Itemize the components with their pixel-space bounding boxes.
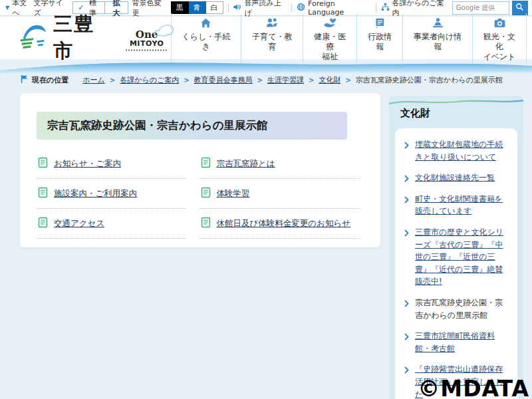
list-item: 町史・文化財関連書籍を販売しています [404,193,510,217]
watermark: ©MDATA [418,376,529,399]
breadcrumb: 現在の位置 ホーム > 各課からのご案内 > 教育委員会事務局 > 生涯学習課 … [20,74,528,86]
page: ▼ 本文へ 文字サイズ ✓ 標準 拡大 背景色変更 黒 青 白 [0,0,532,399]
chevron-right-icon [404,174,409,186]
site-logo[interactable]: 三豊市 One MITOYO [19,11,171,65]
sidebar-link-minzoku-shiryokan[interactable]: 三豊市詫間町民俗資料館・考古館 [415,331,495,353]
nav-label: 子育て・教育 [248,32,296,52]
nav-label: 健康・医療 福祉 [310,32,350,62]
magnifier-icon [515,3,524,13]
sidebar-link-list: 埋蔵文化財包蔵地の手続きと取り扱いについて 文化財施設連絡先一覧 町史・文化財関… [395,128,517,399]
nav-label: 行政情報 [364,32,396,52]
sidebar-link-choshi-shoseki[interactable]: 町史・文化財関連書籍を販売しています [415,194,503,216]
sitemap-icon [381,3,390,13]
sidebar-link-maizo[interactable]: 埋蔵文化財包蔵地の手続きと取り扱いについて [415,140,503,162]
sidebar-link-rekishi-series[interactable]: 三豊市の歴史と文化シリーズ『古代の三豊』『中世の三豊』『近世の三豊』『近代の三豊… [415,227,503,286]
bg-color-group: 黒 青 白 [171,1,223,14]
document-green-icon [201,187,211,200]
speaker-icon [233,3,241,13]
nav-kanko[interactable]: 観光・文化 イベント [472,13,527,63]
sidebar-title: 文化財 [400,107,523,120]
brand-line2: MITOYO [123,40,171,49]
list-item: 文化財施設連絡先一覧 [404,172,510,184]
breadcrumb-separator: > [345,76,350,84]
breadcrumb-cultural-assets[interactable]: 文化財 [319,75,340,85]
link-shisetsu-annai[interactable]: 施設案内・ご利用案内 [54,188,137,200]
list-item: 体験学習 [200,179,360,209]
nav-jigyosha[interactable]: 事業者向け情報 [402,13,472,63]
sidebar-wave-decoration [389,98,523,106]
breadcrumb-departments[interactable]: 各課からのご案内 [120,75,179,85]
bg-white-button[interactable]: 白 [206,1,223,14]
city-name: 三豊市 [53,11,115,65]
page-link-list: お知らせ・ご案内 宗吉瓦窯跡とは 施設案内・ご利用案内 体験学習 [37,149,360,239]
bg-black-button[interactable]: 黒 [171,1,189,14]
nav-kurashi[interactable]: くらし・手続き [171,13,241,63]
breadcrumb-separator: > [257,76,263,84]
nav-kenko[interactable]: 健康・医療 福祉 [303,13,356,63]
list-item: 施設案内・ご利用案内 [37,179,186,209]
city-logo-mark-icon [19,23,48,53]
document-green-icon [38,157,48,170]
link-oshirase[interactable]: お知らせ・ご案内 [54,158,121,170]
business-person-icon [432,17,444,30]
link-kamaato-towa[interactable]: 宗吉瓦窯跡とは [217,158,275,170]
list-item: 交通アクセス [37,209,186,239]
chevron-right-icon [404,228,409,241]
brand-one-mitoyo: One MITOYO [123,25,171,52]
nav-gyosei[interactable]: 行政情報 [356,13,402,63]
document-icon [374,17,386,30]
chevron-right-icon [404,332,409,344]
brand-tagline-decoration [126,49,168,51]
flag-icon [20,74,29,86]
nav-kosodate[interactable]: 子育て・教育 [241,13,303,63]
list-item: 宗吉瓦窯跡とは [200,149,360,179]
breadcrumb-board-of-education[interactable]: 教育委員会事務局 [194,75,253,85]
divider [228,3,229,13]
chevron-right-icon [404,140,409,153]
divider [376,3,376,13]
list-item: 三豊市の歴史と文化シリーズ『古代の三豊』『中世の三豊』『近世の三豊』『近代の三豊… [404,226,510,288]
globe-icon [297,3,305,13]
nav-label: 観光・文化 イベント [479,32,519,62]
triangle-down-icon: ▼ [5,5,9,11]
document-green-icon [38,217,48,230]
list-item: 三豊市詫間町民俗資料館・考古館 [404,330,510,354]
home-icon [200,17,212,30]
camera-icon [493,17,506,30]
list-item: 埋蔵文化財包蔵地の手続きと取り扱いについて [404,138,510,163]
breadcrumb-separator: > [184,76,189,84]
breadcrumb-separator: > [110,76,115,84]
page-title: 宗吉瓦窯跡史跡公園・宗吉かわらの里展示館 [37,112,347,140]
site-header: 三豊市 One MITOYO くらし・手続き 子育て [0,17,532,59]
children-icon [265,17,279,30]
document-green-icon [201,157,211,170]
divider [291,3,292,13]
sidebar-link-shisetsu-renraku[interactable]: 文化財施設連絡先一覧 [415,173,495,182]
bg-blue-button[interactable]: 青 [189,1,206,14]
chevron-right-icon [404,299,409,311]
breadcrumb-separator: > [309,76,314,84]
nav-label: くらし・手続き [178,32,235,52]
list-item: 休館日及び体験料金変更のお知らせ [200,209,360,239]
breadcrumb-lifelong-learning[interactable]: 生涯学習課 [267,75,304,85]
search-input[interactable] [452,1,509,15]
heart-hand-icon [323,17,336,30]
document-green-icon [201,217,211,230]
chevron-right-icon [404,365,409,378]
main-content: 宗吉瓦窯跡史跡公園・宗吉かわらの里展示館 お知らせ・ご案内 宗吉瓦窯跡とは 施設… [20,93,380,247]
list-item: お知らせ・ご案内 [37,149,186,179]
breadcrumb-label: 現在の位置 [20,74,68,86]
chevron-right-icon [404,195,409,207]
list-item-current: 宗吉瓦窯跡史跡公園・宗吉かわらの里展示館 [404,297,510,321]
breadcrumb-home[interactable]: ホーム [82,75,105,85]
sidebar-cultural-assets: 文化財 埋蔵文化財包蔵地の手続きと取り扱いについて 文化財施設連絡先一覧 町史・… [389,96,523,399]
main-nav: くらし・手続き 子育て・教育 健康・医療 福祉 行政情報 [171,13,527,63]
breadcrumb-current: 宗吉瓦窯跡史跡公園・宗吉かわらの里展示館 [356,75,503,85]
nav-label: 事業者向け情報 [410,32,466,52]
link-taiken-gakushu[interactable]: 体験学習 [217,188,250,200]
link-kotsu-access[interactable]: 交通アクセス [54,218,104,229]
link-kyukanbi-oshirase[interactable]: 休館日及び体験料金変更のお知らせ [217,218,350,229]
sidebar-current-page: 宗吉瓦窯跡史跡公園・宗吉かわらの里展示館 [415,298,503,320]
city-map-outline-icon [152,23,175,41]
header-wave-decoration [0,59,532,73]
